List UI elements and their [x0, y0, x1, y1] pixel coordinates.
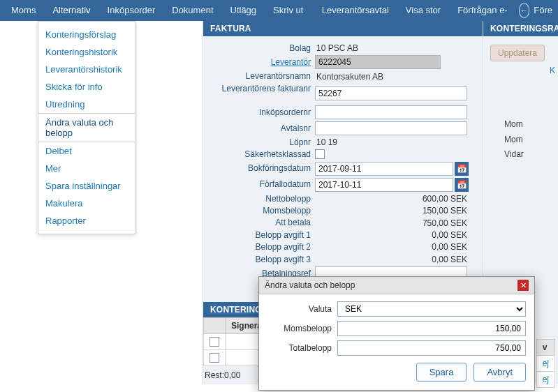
input-fakturanr[interactable]	[315, 86, 467, 100]
link-k[interactable]: K	[483, 61, 558, 75]
input-bokforingsdatum[interactable]	[315, 162, 453, 176]
label-momsbelopp: Momsbelopp	[210, 206, 315, 216]
modal-label-valuta: Valuta	[267, 304, 337, 314]
faktura-header: FAKTURA	[203, 21, 483, 36]
label-leverantorsnamn: Leverantörsnamn	[210, 71, 315, 81]
modal-label-total: Totalbelopp	[267, 343, 337, 353]
menu-dokument[interactable]: Dokument	[163, 0, 221, 21]
label-avgift2: Belopp avgift 2	[210, 242, 315, 252]
dd-mer[interactable]: Mer	[38, 160, 135, 177]
link-ej[interactable]: ej	[536, 356, 555, 372]
label-avgift3: Belopp avgift 3	[210, 255, 315, 264]
row-checkbox[interactable]	[210, 353, 219, 363]
side-text: Mom Mom Vidar	[504, 117, 558, 163]
dd-makulera[interactable]: Makulera	[38, 195, 135, 212]
menu-utlagg[interactable]: Utlägg	[222, 0, 265, 21]
dd-konteringshistorik[interactable]: Konteringshistorik	[38, 43, 135, 61]
totalbelopp-input[interactable]	[337, 340, 526, 356]
input-leverantor[interactable]	[315, 55, 441, 69]
checkbox-sakerhetsklassad[interactable]	[315, 149, 325, 159]
label-sakerhetsklassad: Säkerhetsklassad	[210, 149, 315, 159]
menu-moms[interactable]: Moms	[3, 0, 44, 21]
row-checkbox[interactable]	[210, 337, 219, 347]
close-icon[interactable]: ✕	[517, 280, 529, 291]
value-nettobelopp: 600,00 SEK	[315, 194, 476, 204]
avbryt-button[interactable]: Avbryt	[473, 363, 526, 382]
main-menu-bar: Moms Alternativ Inköpsorder Dokument Utl…	[0, 0, 558, 21]
value-att-betala: 750,00 SEK	[315, 218, 476, 228]
andra-valuta-modal: Ändra valuta och belopp ✕ Valuta SEK Mom…	[258, 276, 535, 391]
value-avgift1: 0,00 SEK	[315, 230, 476, 240]
dd-rapporter[interactable]: Rapporter	[38, 212, 135, 229]
momsbelopp-input[interactable]	[337, 321, 526, 336]
dd-skicka-for-info[interactable]: Skicka för info	[38, 78, 135, 96]
value-lopnr: 10 19	[315, 137, 476, 147]
dd-leverantorshistorik[interactable]: Leverantörshistorik	[38, 61, 135, 78]
dd-utredning[interactable]: Utredning	[38, 96, 135, 113]
label-bolag: Bolag	[210, 43, 315, 53]
dd-konteringsforslag[interactable]: Konteringsförslag	[38, 26, 135, 43]
menu-forfragan-efaktura[interactable]: Förfrågan e-faktura	[449, 0, 519, 21]
faktura-form: Bolag 10 PSC AB Leverantör Leverantörsna…	[203, 36, 483, 285]
alternativ-dropdown: Konteringsförslag Konteringshistorik Lev…	[38, 21, 135, 234]
uppdatera-button: Uppdatera	[490, 45, 545, 61]
label-bokforingsdatum: Bokföringsdatum	[210, 163, 315, 173]
label-avgift1: Belopp avgift 1	[210, 230, 315, 240]
value-avgift2: 0,00 SEK	[315, 242, 476, 252]
konteringsrad-header: KONTERINGSRAD	[483, 21, 558, 36]
menu-inkopsorder[interactable]: Inköpsorder	[99, 0, 164, 21]
dd-delbet[interactable]: Delbet	[38, 142, 135, 160]
value-bolag: 10 PSC AB	[315, 43, 476, 53]
label-forfallodatum: Förfallodatum	[210, 179, 315, 189]
menu-skriv-ut-bild[interactable]: Skriv ut bild	[265, 0, 314, 21]
label-avtalsnr: Avtalsnr	[210, 123, 315, 133]
col-v[interactable]: v	[536, 340, 555, 356]
link-ej[interactable]: ej	[536, 372, 555, 388]
value-momsbelopp: 150,00 SEK	[315, 206, 476, 216]
modal-label-moms: Momsbelopp	[267, 324, 337, 333]
dd-spara-installningar[interactable]: Spara inställningar	[38, 177, 135, 195]
modal-title-text: Ändra valuta och belopp	[265, 280, 355, 290]
menu-leverantorsavtal[interactable]: Leverantörsavtal	[314, 0, 397, 21]
menu-visa-stor-bild[interactable]: Visa stor bild	[397, 0, 449, 21]
prev-arrow-button[interactable]: ←	[519, 3, 530, 18]
input-forfallodatum[interactable]	[315, 178, 453, 192]
label-nettobelopp: Nettobelopp	[210, 194, 315, 204]
label-leverantor[interactable]: Leverantör	[210, 57, 315, 67]
calendar-icon[interactable]: 📅	[455, 162, 469, 176]
dd-andra-valuta-och-belopp[interactable]: Ändra valuta och belopp	[38, 113, 135, 142]
input-avtalsnr[interactable]	[315, 121, 467, 135]
label-lopnr: Löpnr	[210, 137, 315, 147]
label-fakturanr: Leverantörens fakturanr	[210, 84, 315, 103]
prev-label[interactable]: Före	[534, 0, 555, 21]
valuta-select[interactable]: SEK	[337, 301, 526, 317]
menu-alternativ[interactable]: Alternativ	[44, 0, 98, 21]
value-avgift3: 0,00 SEK	[315, 255, 476, 264]
input-inkopsordernr[interactable]	[315, 105, 467, 119]
label-inkopsordernr: Inköpsordernr	[210, 107, 315, 117]
value-leverantorsnamn: Kontorsakuten AB	[315, 72, 476, 82]
spara-button[interactable]: Spara	[416, 363, 467, 382]
calendar-icon[interactable]: 📅	[455, 178, 469, 192]
label-att-betala: Att betala	[210, 218, 315, 227]
